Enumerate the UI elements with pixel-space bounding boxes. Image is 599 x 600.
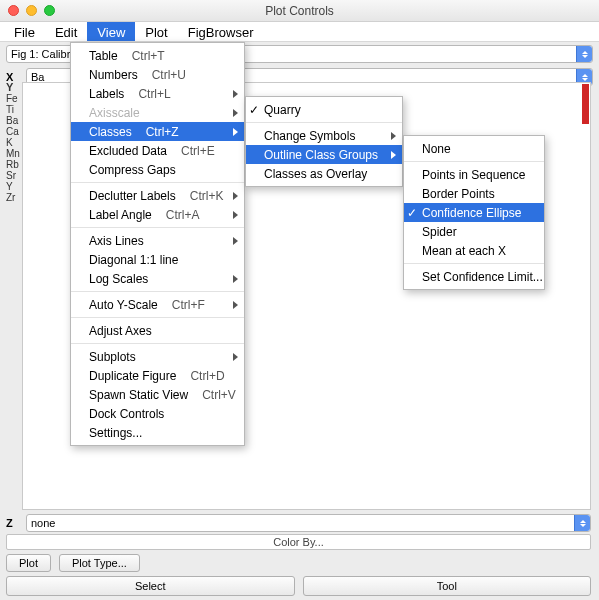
- view-menu-item[interactable]: Adjust Axes: [71, 321, 244, 340]
- outline-menu-item[interactable]: None: [404, 139, 544, 158]
- menu-item-label: Spider: [422, 225, 457, 239]
- menu-shortcut: Ctrl+V: [202, 388, 236, 402]
- view-menu-item[interactable]: Label AngleCtrl+A: [71, 205, 244, 224]
- outline-menu-item[interactable]: ✓Confidence Ellipse: [404, 203, 544, 222]
- menu-item-label: Change Symbols: [264, 129, 355, 143]
- view-menu-item[interactable]: Auto Y-ScaleCtrl+F: [71, 295, 244, 314]
- tool-button[interactable]: Tool: [303, 576, 592, 596]
- z-axis-select[interactable]: none: [26, 514, 591, 532]
- view-menu-item[interactable]: TableCtrl+T: [71, 46, 244, 65]
- menu-item-label: Settings...: [89, 426, 142, 440]
- view-menu-item[interactable]: Subplots: [71, 347, 244, 366]
- menu-plot[interactable]: Plot: [135, 22, 177, 41]
- outline-menu-item[interactable]: Points in Sequence: [404, 165, 544, 184]
- view-dropdown: TableCtrl+TNumbersCtrl+ULabelsCtrl+LAxis…: [70, 42, 245, 446]
- menu-shortcut: Ctrl+T: [132, 49, 165, 63]
- menu-item-label: Auto Y-Scale: [89, 298, 158, 312]
- z-axis-value: none: [31, 517, 55, 529]
- chevron-right-icon: [233, 301, 238, 309]
- y-variable-list[interactable]: Y Fe Ti Ba Ca K Mn Rb Sr Y Zr: [6, 82, 20, 203]
- menu-shortcut: Ctrl+A: [166, 208, 200, 222]
- outline-menu-item[interactable]: Border Points: [404, 184, 544, 203]
- menu-item-label: Classes as Overlay: [264, 167, 367, 181]
- view-menu-item[interactable]: Compress Gaps: [71, 160, 244, 179]
- classes-menu-item[interactable]: Change Symbols: [246, 126, 402, 145]
- menu-item-label: Classes: [89, 125, 132, 139]
- menu-separator: [71, 343, 244, 344]
- menu-item-label: Mean at each X: [422, 244, 506, 258]
- classes-menu-item[interactable]: Classes as Overlay: [246, 164, 402, 183]
- outline-menu-item[interactable]: Mean at each X: [404, 241, 544, 260]
- menubar: File Edit View Plot FigBrowser: [0, 22, 599, 42]
- y-item[interactable]: Mn: [6, 148, 20, 159]
- outline-menu-item[interactable]: Spider: [404, 222, 544, 241]
- chevron-right-icon: [233, 109, 238, 117]
- menu-item-label: Spawn Static View: [89, 388, 188, 402]
- view-menu-item[interactable]: ClassesCtrl+Z: [71, 122, 244, 141]
- y-item[interactable]: Fe: [6, 93, 20, 104]
- plot-button[interactable]: Plot: [6, 554, 51, 572]
- view-menu-item[interactable]: LabelsCtrl+L: [71, 84, 244, 103]
- menu-separator: [246, 122, 402, 123]
- y-item[interactable]: Zr: [6, 192, 20, 203]
- y-item[interactable]: K: [6, 137, 20, 148]
- menu-shortcut: Ctrl+K: [190, 189, 224, 203]
- menu-edit[interactable]: Edit: [45, 22, 87, 41]
- view-menu-item[interactable]: Dock Controls: [71, 404, 244, 423]
- menu-item-label: Duplicate Figure: [89, 369, 176, 383]
- chevron-updown-icon[interactable]: [576, 46, 592, 62]
- menu-file[interactable]: File: [4, 22, 45, 41]
- menu-item-label: Dock Controls: [89, 407, 164, 421]
- menu-item-label: Quarry: [264, 103, 301, 117]
- view-menu-item[interactable]: Spawn Static ViewCtrl+V: [71, 385, 244, 404]
- y-item[interactable]: Ca: [6, 126, 20, 137]
- classes-submenu: ✓QuarryChange SymbolsOutline Class Group…: [245, 96, 403, 187]
- chevron-right-icon: [233, 128, 238, 136]
- menu-item-label: None: [422, 142, 451, 156]
- menu-item-label: Confidence Ellipse: [422, 206, 521, 220]
- menu-view[interactable]: View: [87, 22, 135, 41]
- y-item[interactable]: Y: [6, 181, 20, 192]
- view-menu-item[interactable]: Diagonal 1:1 line: [71, 250, 244, 269]
- chevron-right-icon: [233, 192, 238, 200]
- figure-select-value: Fig 1: Calibr: [11, 48, 70, 60]
- y-item[interactable]: Rb: [6, 159, 20, 170]
- view-menu-item: Axisscale: [71, 103, 244, 122]
- view-menu-item[interactable]: Excluded DataCtrl+E: [71, 141, 244, 160]
- menu-shortcut: Ctrl+U: [152, 68, 186, 82]
- chevron-right-icon: [233, 353, 238, 361]
- view-menu-item[interactable]: Declutter LabelsCtrl+K: [71, 186, 244, 205]
- chevron-updown-icon[interactable]: [574, 515, 590, 531]
- menu-item-label: Table: [89, 49, 118, 63]
- menu-item-label: Set Confidence Limit...: [422, 270, 543, 284]
- menu-item-label: Outline Class Groups: [264, 148, 378, 162]
- select-button[interactable]: Select: [6, 576, 295, 596]
- color-by-bar[interactable]: Color By...: [6, 534, 591, 550]
- y-item[interactable]: Sr: [6, 170, 20, 181]
- menu-item-label: Border Points: [422, 187, 495, 201]
- y-item[interactable]: Ti: [6, 104, 20, 115]
- menu-item-label: Labels: [89, 87, 124, 101]
- view-menu-item[interactable]: Duplicate FigureCtrl+D: [71, 366, 244, 385]
- menu-item-label: Compress Gaps: [89, 163, 176, 177]
- view-menu-item[interactable]: Settings...: [71, 423, 244, 442]
- menu-shortcut: Ctrl+E: [181, 144, 215, 158]
- chevron-right-icon: [233, 90, 238, 98]
- menu-separator: [71, 291, 244, 292]
- view-menu-item[interactable]: Axis Lines: [71, 231, 244, 250]
- menu-figbrowser[interactable]: FigBrowser: [178, 22, 264, 41]
- plot-type-button[interactable]: Plot Type...: [59, 554, 140, 572]
- outline-menu-item[interactable]: Set Confidence Limit...: [404, 267, 544, 286]
- view-menu-item[interactable]: NumbersCtrl+U: [71, 65, 244, 84]
- y-item[interactable]: Ba: [6, 115, 20, 126]
- menu-shortcut: Ctrl+L: [138, 87, 170, 101]
- view-menu-item[interactable]: Log Scales: [71, 269, 244, 288]
- menu-separator: [404, 161, 544, 162]
- menu-item-label: Label Angle: [89, 208, 152, 222]
- classes-menu-item[interactable]: ✓Quarry: [246, 100, 402, 119]
- check-icon: ✓: [407, 207, 417, 219]
- classes-menu-item[interactable]: Outline Class Groups: [246, 145, 402, 164]
- menu-item-label: Numbers: [89, 68, 138, 82]
- menu-shortcut: Ctrl+Z: [146, 125, 179, 139]
- menu-item-label: Subplots: [89, 350, 136, 364]
